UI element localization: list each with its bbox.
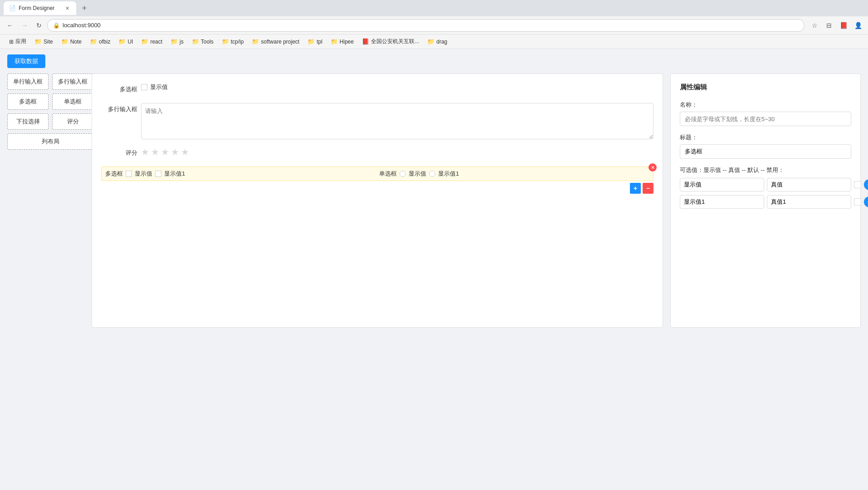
star-5[interactable]: ★ — [181, 147, 189, 157]
bookmark-js[interactable]: 📁 js — [167, 37, 187, 46]
bookmark-police-label: 全国公安机关互联... — [371, 38, 419, 45]
get-data-button[interactable]: 获取数据 — [7, 54, 45, 68]
checkbox-0-input[interactable] — [141, 84, 147, 90]
folder-icon: 📁 — [427, 38, 434, 45]
folder-icon: 📁 — [61, 38, 68, 45]
tab-bar: 📄 Form Designer ✕ + — [0, 0, 868, 16]
active-tab[interactable]: 📄 Form Designer ✕ — [4, 1, 76, 15]
canvas-checkbox-row: 多选框 显示值 — [101, 83, 653, 96]
option-0-add-button[interactable]: + — [864, 179, 868, 190]
prop-title-field: 标题： — [680, 133, 851, 159]
checkbox-0-label: 显示值 — [150, 83, 168, 91]
canvas-right-cell: 单选框 显示值 显示值1 — [379, 170, 649, 178]
right-radio-1[interactable] — [429, 171, 435, 177]
left-cb-1-label: 显示值1 — [164, 170, 185, 178]
toolbox-dropdown[interactable]: 下拉选择 — [7, 113, 49, 130]
prop-name-input[interactable] — [680, 112, 851, 126]
bookmark-star-button[interactable]: ☆ — [808, 19, 821, 32]
star-rating[interactable]: ★ ★ ★ ★ ★ — [141, 147, 189, 157]
bookmark-ui[interactable]: 📁 UI — [115, 37, 137, 46]
bookmark-apps[interactable]: ⊞ 应用 — [5, 37, 30, 46]
prop-title-input[interactable] — [680, 144, 851, 159]
toolbox-layout[interactable]: 列布局 — [7, 133, 93, 150]
canvas-rating-control: ★ ★ ★ ★ ★ — [141, 147, 653, 157]
row-delete-button[interactable]: ✕ — [649, 163, 657, 172]
right-radio-option-0[interactable]: 显示值 — [400, 170, 426, 178]
bookmark-tcpip-label: tcp/ip — [231, 39, 244, 45]
bookmarks-bar: ⊞ 应用 📁 Site 📁 Note 📁 ofbiz 📁 UI 📁 react … — [0, 34, 868, 49]
bookmark-tpl[interactable]: 📁 tpl — [304, 37, 326, 46]
right-radio-0[interactable] — [400, 171, 406, 177]
canvas-checkbox-label: 多选框 — [101, 83, 137, 96]
left-cb-0[interactable] — [126, 171, 132, 177]
bookmark-software-project[interactable]: 📁 software project — [248, 37, 303, 46]
prop-options-field: 可选值：显示值 -- 真值 -- 默认 -- 禁用： + + − — [680, 166, 851, 209]
toolbox-multi-input[interactable]: 多行输入框 — [52, 74, 93, 90]
option-1-add-button[interactable]: + — [864, 196, 868, 207]
bookmark-ofbiz-label: ofbiz — [99, 39, 110, 45]
folder-icon: 📁 — [192, 38, 199, 45]
canvas-highlighted-row[interactable]: ✕ 多选框 显示值 显示值1 — [101, 167, 653, 181]
option-1-default-checkbox[interactable] — [854, 198, 861, 206]
url-text: localhost:9000 — [63, 22, 101, 29]
toolbox-grid: 单行输入框 多行输入框 多选框 单选框 下拉选择 评分 列布局 — [7, 74, 84, 150]
bookmark-hipee-label: Hipee — [340, 39, 354, 45]
new-tab-button[interactable]: + — [78, 2, 91, 15]
row-del-button[interactable]: − — [643, 183, 653, 194]
option-0-real-input[interactable] — [767, 178, 851, 191]
right-radio-option-1[interactable]: 显示值1 — [429, 170, 459, 178]
folder-icon: 📁 — [222, 38, 229, 45]
star-4[interactable]: ★ — [171, 147, 179, 157]
toolbox-checkbox[interactable]: 多选框 — [7, 93, 49, 110]
canvas-textarea-control — [141, 103, 653, 139]
back-button[interactable]: ← — [4, 19, 16, 32]
bookmark-note[interactable]: 📁 Note — [58, 37, 85, 46]
toolbox-radio[interactable]: 单选框 — [52, 93, 93, 110]
bookmark-site[interactable]: 📁 Site — [31, 37, 57, 46]
bookmark-react[interactable]: 📁 react — [137, 37, 166, 46]
forward-button[interactable]: → — [18, 19, 31, 32]
folder-icon: 📁 — [34, 38, 42, 45]
tune-button[interactable]: ⊟ — [823, 19, 835, 32]
star-3[interactable]: ★ — [161, 147, 169, 157]
bookmark-ofbiz[interactable]: 📁 ofbiz — [86, 37, 114, 46]
left-checkbox-option-1[interactable]: 显示值1 — [155, 170, 185, 178]
canvas-textarea-input[interactable] — [141, 103, 653, 139]
bookmark-tools[interactable]: 📁 Tools — [188, 37, 217, 46]
canvas-textarea-label: 多行输入框 — [101, 103, 137, 116]
form-canvas[interactable]: 多选框 显示值 多行输入框 评分 — [92, 74, 663, 328]
option-1-display-input[interactable] — [680, 195, 764, 209]
option-1-real-input[interactable] — [767, 195, 851, 209]
left-checkbox-option-0[interactable]: 显示值 — [126, 170, 152, 178]
left-cb-1[interactable] — [155, 171, 161, 177]
bookmark-police[interactable]: 📕 全国公安机关互联... — [358, 37, 423, 46]
row-actions: + − — [101, 183, 653, 194]
option-0-display-input[interactable] — [680, 178, 764, 191]
checkbox-option-0[interactable]: 显示值 — [141, 83, 168, 91]
option-row-0: + — [680, 178, 851, 191]
star-1[interactable]: ★ — [141, 147, 149, 157]
reload-button[interactable]: ↻ — [33, 19, 45, 32]
star-2[interactable]: ★ — [151, 147, 159, 157]
folder-icon: 📁 — [90, 38, 97, 45]
bookmark-tcpip[interactable]: 📁 tcp/ip — [218, 37, 248, 46]
folder-icon: 📁 — [118, 38, 126, 45]
folder-icon: 📁 — [171, 38, 178, 45]
address-bar[interactable]: 🔒 localhost:9000 — [47, 19, 805, 32]
folder-icon: 📁 — [252, 38, 259, 45]
account-button[interactable]: 👤 — [852, 19, 864, 32]
canvas-left-cell: 多选框 显示值 显示值1 — [105, 170, 375, 178]
bookmark-drag-label: drag — [436, 39, 447, 45]
tab-title: Form Designer — [19, 5, 54, 11]
bookmark-hipee[interactable]: 📁 Hipee — [327, 37, 357, 46]
toolbox-rating[interactable]: 评分 — [52, 113, 93, 130]
bookmark-drag[interactable]: 📁 drag — [424, 37, 451, 46]
tab-close-button[interactable]: ✕ — [63, 5, 71, 12]
browser-chrome: 📄 Form Designer ✕ + ← → ↻ 🔒 localhost:90… — [0, 0, 868, 49]
pdf-button[interactable]: 📕 — [837, 19, 850, 32]
toolbox-single-input[interactable]: 单行输入框 — [7, 74, 49, 90]
tab-favicon: 📄 — [9, 5, 16, 11]
option-0-default-checkbox[interactable] — [854, 181, 861, 188]
row-add-button[interactable]: + — [630, 183, 641, 194]
bookmark-site-label: Site — [44, 39, 53, 45]
